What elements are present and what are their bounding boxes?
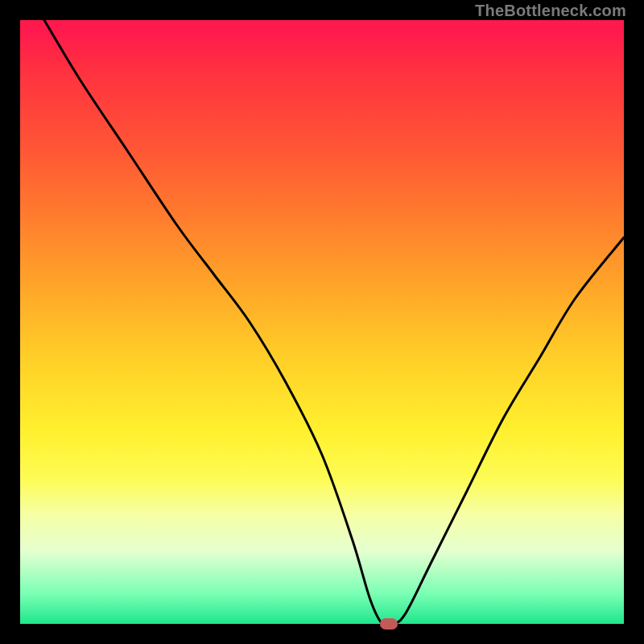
chart-container: TheBottleneck.com	[0, 0, 644, 644]
bottleneck-curve	[20, 20, 624, 624]
attribution-label: TheBottleneck.com	[475, 2, 626, 20]
plot-area	[20, 20, 624, 624]
optimal-point-marker	[380, 618, 398, 630]
